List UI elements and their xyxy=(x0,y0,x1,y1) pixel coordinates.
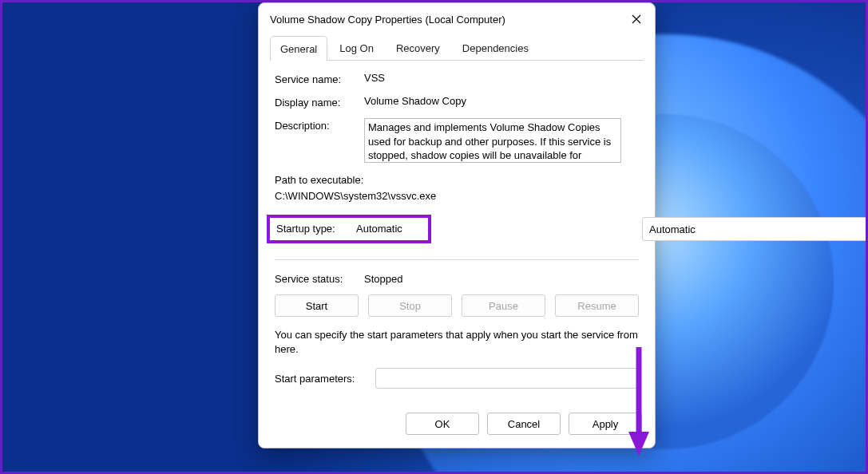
row-description: Description: Manages and implements Volu… xyxy=(275,118,639,163)
close-icon xyxy=(632,14,641,24)
resume-button: Resume xyxy=(555,294,639,317)
titlebar: Volume Shadow Copy Properties (Local Com… xyxy=(259,3,655,35)
value-display-name: Volume Shadow Copy xyxy=(364,95,466,107)
label-service-status: Service status: xyxy=(275,273,364,285)
window-title: Volume Shadow Copy Properties (Local Com… xyxy=(270,14,505,26)
startup-type-selected: Automatic xyxy=(649,223,696,235)
row-service-name: Service name: VSS xyxy=(275,72,639,85)
pause-button: Pause xyxy=(462,294,545,317)
tab-log-on[interactable]: Log On xyxy=(329,35,384,60)
start-button[interactable]: Start xyxy=(275,294,359,317)
highlight-startup-type: Startup type: Automatic xyxy=(267,215,431,243)
row-path: Path to executable: C:\WINDOWS\system32\… xyxy=(275,172,639,203)
cancel-button[interactable]: Cancel xyxy=(487,413,561,435)
value-service-status: Stopped xyxy=(364,273,402,285)
tab-general[interactable]: General xyxy=(270,36,327,61)
label-description: Description: xyxy=(275,118,364,132)
service-control-buttons: Start Stop Pause Resume xyxy=(275,294,639,317)
properties-dialog: Volume Shadow Copy Properties (Local Com… xyxy=(258,2,656,448)
value-service-name: VSS xyxy=(364,72,385,84)
row-display-name: Display name: Volume Shadow Copy xyxy=(275,95,639,109)
dialog-buttons: OK Cancel Apply xyxy=(259,405,655,448)
value-startup-type-preview: Automatic xyxy=(356,223,402,235)
row-service-status: Service status: Stopped xyxy=(275,273,639,285)
startup-type-select[interactable]: Automatic ⌄ xyxy=(642,217,868,241)
tab-recovery[interactable]: Recovery xyxy=(386,35,450,60)
stop-button: Stop xyxy=(368,294,452,317)
label-path: Path to executable: xyxy=(275,172,639,188)
start-params-hint: You can specify the start parameters tha… xyxy=(275,328,639,357)
row-start-params: Start parameters: xyxy=(275,368,639,389)
tab-panel-general: Service name: VSS Display name: Volume S… xyxy=(259,61,655,405)
close-button[interactable] xyxy=(629,12,644,26)
tab-dependencies[interactable]: Dependencies xyxy=(452,35,539,60)
label-service-name: Service name: xyxy=(275,72,364,85)
tab-bar: General Log On Recovery Dependencies xyxy=(259,35,655,60)
label-start-params: Start parameters: xyxy=(275,373,369,385)
apply-button[interactable]: Apply xyxy=(569,413,642,435)
description-box[interactable]: Manages and implements Volume Shadow Cop… xyxy=(364,118,621,163)
start-params-input[interactable] xyxy=(375,368,639,389)
divider xyxy=(275,259,639,260)
label-startup-type: Startup type: xyxy=(276,223,356,235)
label-display-name: Display name: xyxy=(275,95,364,109)
ok-button[interactable]: OK xyxy=(406,413,479,435)
value-path: C:\WINDOWS\system32\vssvc.exe xyxy=(275,188,639,204)
